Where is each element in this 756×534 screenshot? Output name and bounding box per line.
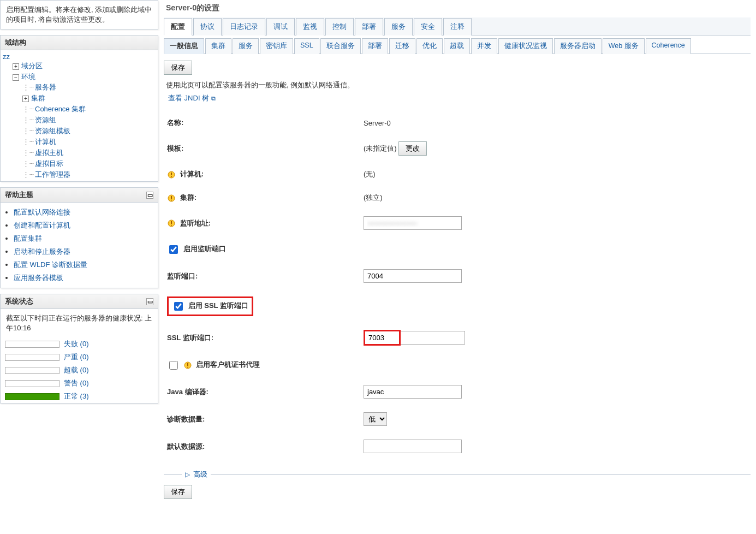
collapse-icon[interactable]: ▭ — [146, 298, 153, 305]
tab-monitor[interactable]: 监视 — [296, 18, 324, 35]
tab-security[interactable]: 安全 — [414, 18, 442, 35]
tab-control[interactable]: 控制 — [325, 18, 354, 35]
subtab-tuning[interactable]: 优化 — [416, 38, 443, 54]
subtab-services[interactable]: 服务 — [233, 38, 259, 54]
tree-node-servers[interactable]: 服务器 — [35, 83, 56, 91]
system-status-desc: 截至以下时间正在运行的服务器的健康状况: 上午10:16 — [1, 309, 158, 337]
default-datasource-input[interactable] — [364, 440, 462, 453]
tree-toggle-icon[interactable]: + — [22, 96, 29, 102]
tree-node-resgroup[interactable]: 资源组 — [35, 116, 56, 124]
diag-volume-select[interactable]: 低 — [364, 412, 387, 426]
subtab-ssl[interactable]: SSL — [294, 38, 319, 54]
change-center-panel: 启用配置编辑。将来在修改, 添加或删除此域中的项目时, 将自动激活这些更改。 — [0, 0, 158, 29]
status-link-ok[interactable]: 正常 (3) — [64, 391, 89, 401]
tab-config[interactable]: 配置 — [164, 18, 192, 35]
tree-node-machines[interactable]: 计算机 — [35, 138, 56, 146]
status-link-warning[interactable]: 警告 (0) — [64, 378, 89, 388]
jndi-tree-link[interactable]: 查看 JNDI 树 ⧉ — [166, 94, 216, 102]
subtab-keystore[interactable]: 密钥库 — [260, 38, 293, 54]
status-link-failed[interactable]: 失败 (0) — [64, 339, 89, 349]
client-cert-proxy-checkbox[interactable] — [169, 361, 178, 370]
cluster-value: (独立) — [360, 186, 751, 210]
template-value: (未指定值) — [364, 144, 397, 152]
ssl-port-highlight: 启用 SSL 监听端口 — [167, 296, 253, 316]
collapse-icon[interactable]: ▭ — [146, 192, 153, 199]
ssl-port-input[interactable] — [368, 334, 396, 342]
name-label: 名称: — [164, 111, 360, 135]
tree-node-clusters[interactable]: 集群 — [31, 94, 45, 102]
subtab-general[interactable]: 一般信息 — [164, 38, 204, 54]
tree-node-domain-partition[interactable]: 域分区 — [21, 62, 43, 70]
tree-node-workmgr[interactable]: 工作管理器 — [35, 170, 70, 179]
help-link[interactable]: 配置默认网络连接 — [14, 208, 70, 216]
tree-node-environment[interactable]: 环境 — [21, 73, 35, 81]
tab-debug[interactable]: 调试 — [266, 18, 295, 35]
tab-deploy[interactable]: 部署 — [355, 18, 383, 35]
svg-point-3 — [171, 199, 172, 200]
tree-node-coherence[interactable]: Coherence 集群 — [35, 105, 86, 113]
save-button-bottom[interactable]: 保存 — [164, 485, 192, 499]
listen-address-label: 监听地址: — [180, 219, 211, 227]
help-link[interactable]: 配置 WLDF 诊断数据量 — [14, 260, 87, 269]
subtab-deploy[interactable]: 部署 — [362, 38, 388, 54]
status-link-critical[interactable]: 严重 (0) — [64, 352, 89, 362]
tab-protocol[interactable]: 协议 — [193, 18, 222, 35]
subtab-webservices[interactable]: Web 服务 — [603, 38, 645, 54]
domain-structure-title: 域结构 — [5, 38, 26, 48]
subtab-coherence[interactable]: Coherence — [646, 38, 691, 54]
status-bar-ok — [5, 393, 59, 400]
system-status-panel: 系统状态 ▭ 截至以下时间正在运行的服务器的健康状况: 上午10:16 失败 (… — [0, 294, 158, 404]
advanced-label[interactable]: 高级 — [193, 470, 207, 479]
status-bar-overload — [5, 367, 59, 374]
tree-toggle-icon[interactable]: − — [13, 74, 19, 81]
subtab-migration[interactable]: 迁移 — [389, 38, 415, 54]
help-link[interactable]: 配置集群 — [14, 234, 42, 242]
enable-listen-port-label: 启用监听端口 — [183, 245, 226, 253]
name-value: Server-0 — [360, 111, 751, 135]
subtab-concurrency[interactable]: 并发 — [471, 38, 497, 54]
enable-listen-port-checkbox[interactable] — [169, 245, 178, 254]
machine-label: 计算机: — [180, 170, 204, 178]
ssl-port-input-trail[interactable] — [401, 331, 465, 345]
template-change-button[interactable]: 更改 — [398, 141, 427, 156]
tab-logging[interactable]: 日志记录 — [223, 18, 265, 35]
page-description: 使用此页可以配置该服务器的一般功能, 例如默认网络通信。 — [164, 75, 751, 93]
subtab-health[interactable]: 健康状况监视 — [498, 38, 553, 54]
ssl-port-input-highlight — [364, 330, 401, 346]
listen-port-label: 监听端口: — [164, 263, 360, 290]
help-title: 帮助主题 — [5, 190, 33, 200]
domain-tree[interactable]: zz +域分区 −环境 ⋮┄服务器 +集群 ⋮┄Coherence 集群 ⋮┄资… — [1, 50, 158, 181]
tree-node-vhosts[interactable]: 虚拟主机 — [35, 149, 63, 157]
advanced-toggle[interactable]: ▷ 高级 — [164, 470, 751, 479]
ssl-port-label: SSL 监听端口: — [164, 323, 360, 353]
help-link[interactable]: 启动和停止服务器 — [14, 247, 70, 256]
svg-point-1 — [171, 176, 172, 177]
subtab-startup[interactable]: 服务器启动 — [554, 38, 602, 54]
status-bar-failed — [5, 341, 59, 348]
listen-address-input[interactable] — [364, 216, 462, 230]
save-button-top[interactable]: 保存 — [164, 61, 192, 75]
help-link[interactable]: 应用服务器模板 — [14, 274, 63, 282]
enable-ssl-port-checkbox[interactable] — [174, 302, 183, 311]
subtab-overload[interactable]: 超载 — [444, 38, 470, 54]
secondary-tabs: 一般信息 集群 服务 密钥库 SSL 联合服务 部署 迁移 优化 超载 并发 健… — [164, 38, 751, 54]
restart-required-icon — [183, 361, 192, 370]
server-config-form: 名称: Server-0 模板: (未指定值) 更改 计算机: (无) — [164, 111, 751, 460]
tree-node-resgrouptpl[interactable]: 资源组模板 — [35, 127, 70, 135]
tab-notes[interactable]: 注释 — [443, 18, 472, 35]
tree-root-link[interactable]: zz — [3, 52, 10, 61]
restart-required-icon — [167, 219, 176, 228]
status-link-overload[interactable]: 超载 (0) — [64, 365, 89, 375]
subtab-cluster[interactable]: 集群 — [205, 38, 231, 54]
tree-toggle-icon[interactable]: + — [13, 63, 19, 70]
tree-node-vtargets[interactable]: 虚拟目标 — [35, 159, 63, 168]
tab-services[interactable]: 服务 — [384, 18, 413, 35]
status-bar-critical — [5, 354, 59, 361]
restart-required-icon — [167, 170, 176, 179]
default-datasource-label: 默认数据源: — [164, 433, 360, 460]
listen-port-input[interactable] — [364, 269, 462, 283]
system-status-title: 系统状态 — [5, 296, 33, 306]
java-compiler-input[interactable] — [364, 385, 462, 399]
subtab-federation[interactable]: 联合服务 — [320, 38, 361, 54]
help-link[interactable]: 创建和配置计算机 — [14, 221, 70, 229]
